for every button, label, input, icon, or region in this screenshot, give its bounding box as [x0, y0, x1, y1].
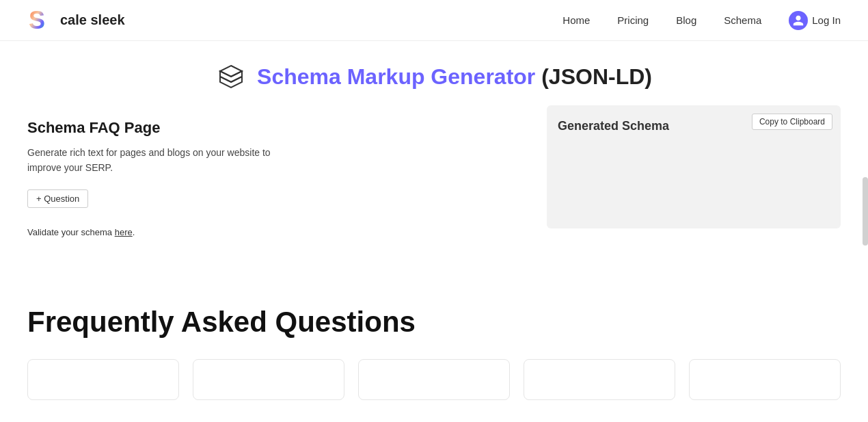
schema-description: Generate rich text for pages and blogs o…: [27, 145, 301, 176]
validate-prefix: Validate your schema: [27, 227, 115, 237]
svg-marker-3: [220, 77, 242, 88]
faq-card: [27, 359, 179, 400]
nav-item-home[interactable]: Home: [562, 14, 590, 27]
nav-links: Home Pricing Blog Schema: [562, 14, 761, 27]
validate-text: Validate your schema here.: [27, 227, 519, 237]
faq-cards-row: [27, 359, 841, 400]
nav-item-schema[interactable]: Schema: [724, 14, 761, 27]
main-content: Schema FAQ Page Generate rich text for p…: [0, 105, 868, 265]
nav-item-pricing[interactable]: Pricing: [617, 14, 649, 27]
right-panel: Copy to Clipboard Generated Schema: [547, 105, 841, 237]
copy-to-clipboard-button[interactable]: Copy to Clipboard: [752, 114, 832, 130]
faq-section-title: Frequently Asked Questions: [27, 306, 841, 339]
page-title-colored: Schema Markup Generator: [257, 64, 535, 89]
faq-card: [358, 359, 510, 400]
svg-marker-2: [220, 71, 242, 82]
navbar: S cale sleek Home Pricing Blog Schema: [0, 0, 868, 41]
page-title: Schema Markup Generator (JSON-LD): [257, 64, 652, 90]
add-question-button[interactable]: + Question: [27, 189, 88, 208]
nav-item-blog[interactable]: Blog: [676, 14, 696, 27]
stack-layers-icon: [216, 62, 246, 92]
generated-schema-box: Copy to Clipboard Generated Schema: [547, 105, 841, 228]
logo-icon: S: [27, 7, 55, 34]
logo-text: cale sleek: [60, 12, 125, 28]
faq-card: [193, 359, 344, 400]
login-button[interactable]: Log In: [789, 11, 841, 30]
svg-marker-1: [220, 66, 242, 77]
login-avatar-icon: [789, 11, 808, 30]
validate-link[interactable]: here: [115, 227, 133, 237]
faq-section: Frequently Asked Questions: [0, 265, 868, 414]
page-header: Schema Markup Generator (JSON-LD): [0, 41, 868, 105]
login-label: Log In: [812, 14, 841, 26]
scrollbar[interactable]: [863, 177, 868, 246]
faq-card: [689, 359, 841, 400]
svg-text:S: S: [29, 7, 45, 34]
left-panel: Schema FAQ Page Generate rich text for p…: [27, 105, 519, 237]
validate-suffix: .: [133, 227, 135, 237]
faq-card: [524, 359, 675, 400]
page-title-normal: (JSON-LD): [535, 64, 652, 89]
user-icon: [792, 14, 804, 27]
logo-area: S cale sleek: [27, 7, 125, 34]
schema-page-title: Schema FAQ Page: [27, 119, 519, 137]
navbar-right: Home Pricing Blog Schema Log In: [562, 11, 841, 30]
